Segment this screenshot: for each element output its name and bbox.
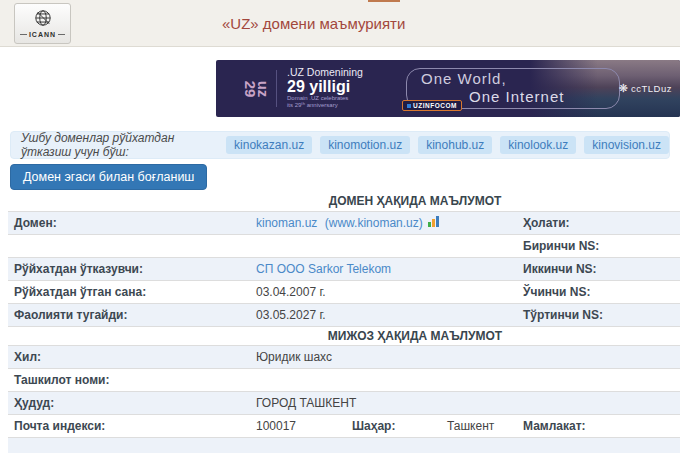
available-domain-link[interactable]: kinomotion.uz xyxy=(320,136,410,154)
banner-divider xyxy=(276,70,277,107)
whois-table: ДОМЕН ҲАҚИДА МАЪЛУМОТ Домен: kinoman.uz … xyxy=(8,192,680,453)
banner-title-line2: 29 yilligi xyxy=(287,78,363,95)
row-right-label: Тўртинчи NS: xyxy=(515,303,680,326)
stats-icon[interactable] xyxy=(428,216,439,227)
table-row-type: Хил: Юридик шахс xyxy=(8,345,680,368)
uzinfocom-logo: UZINFOCOM xyxy=(402,100,462,111)
row-label: Почта индекси: xyxy=(8,414,248,437)
table-row-ns1: Биринчи NS: xyxy=(8,234,680,257)
table-row-expiry-date: Фаолияти тугайди: 03.05.2027 г. Тўртинчи… xyxy=(8,303,680,326)
slogan-line2: One Internet xyxy=(469,88,564,105)
country-label: Мамлакат: xyxy=(515,414,680,437)
row-label xyxy=(8,234,248,257)
banner-title-line1: .UZ Domenining xyxy=(287,66,363,78)
client-info-section-header: МИЖОЗ ҲАҚИДА МАЪЛУМОТ xyxy=(8,326,680,345)
top-header-bar: ICANN «UZ» домени маъмурияти xyxy=(0,0,680,47)
row-value: 100017 xyxy=(248,414,344,437)
row-label: Рўйхатдан ўтган сана: xyxy=(8,280,248,303)
anniversary-banner[interactable]: uz 29 .UZ Domenining 29 yilligi Domain .… xyxy=(216,60,680,117)
available-domain-link[interactable]: kinokazan.uz xyxy=(226,136,312,154)
table-row-organization: Ташкилот номи: xyxy=(8,368,680,391)
table-row-clipped xyxy=(8,437,680,453)
row-value: kinoman.uz (www.kinoman.uz) xyxy=(248,211,515,234)
row-label: Фаолияти тугайди: xyxy=(8,303,248,326)
available-domain-link[interactable]: kinovision.uz xyxy=(584,136,669,154)
row-value: ГОРОД ТАШКЕНТ xyxy=(248,391,680,414)
cctld-logo: ❋ ccTLDuz xyxy=(619,82,672,95)
domain-info-section-header: ДОМЕН ҲАҚИДА МАЪЛУМОТ xyxy=(8,192,680,211)
row-label: Домен: xyxy=(8,211,248,234)
row-right-label: Биринчи NS: xyxy=(515,234,680,257)
row-label: Хил: xyxy=(8,345,248,368)
icann-globe-icon xyxy=(34,9,52,30)
city-label: Шаҳар: xyxy=(344,414,439,437)
table-row-region: Ҳудуд: ГОРОД ТАШКЕНТ xyxy=(8,391,680,414)
available-domains-label: Ушбу доменлар рўйхатдан ўтказиш учун бўш… xyxy=(21,131,218,159)
table-row-domain: Домен: kinoman.uz (www.kinoman.uz) Ҳолат… xyxy=(8,211,680,234)
row-value xyxy=(248,234,515,257)
table-row-registrar: Рўйхатдан ўтказувчи: СП ООО Sarkor Telek… xyxy=(8,257,680,280)
contact-owner-button[interactable]: Домен эгаси билан боғланиш xyxy=(10,164,207,190)
table-row-postal: Почта индекси: 100017 Шаҳар: Ташкент Мам… xyxy=(8,414,680,437)
cctld-gear-icon: ❋ xyxy=(619,82,628,95)
row-right-label: Ўчинчи NS: xyxy=(515,280,680,303)
row-value: СП ООО Sarkor Telekom xyxy=(248,257,515,280)
row-label: Ҳудуд: xyxy=(8,391,248,414)
available-domain-link[interactable]: kinolook.uz xyxy=(500,136,576,154)
page-title: «UZ» домени маъмурияти xyxy=(222,15,405,32)
row-value xyxy=(248,368,680,391)
row-label: Ташкилот номи: xyxy=(8,368,248,391)
section-title: МИЖОЗ ҲАҚИДА МАЪЛУМОТ xyxy=(8,326,680,345)
city-value: Ташкент xyxy=(439,414,515,437)
icann-label: ICANN xyxy=(20,31,65,38)
slogan-line1: One World, xyxy=(421,70,507,87)
uz29-logo: uz 29 xyxy=(230,69,270,109)
row-right-label: Ҳолати: xyxy=(515,211,680,234)
banner-subtitle-line1: Domain .UZ celebrates xyxy=(287,95,363,102)
available-domain-link[interactable]: kinohub.uz xyxy=(418,136,492,154)
row-value: Юридик шахс xyxy=(248,345,680,368)
domain-link[interactable]: kinoman.uz xyxy=(256,216,317,230)
row-right-label: Иккинчи NS: xyxy=(515,257,680,280)
registrar-link[interactable]: СП ООО Sarkor Telekom xyxy=(256,262,391,276)
row-value: 03.05.2027 г. xyxy=(248,303,515,326)
available-domains-strip: Ушбу доменлар рўйхатдан ўтказиш учун бўш… xyxy=(10,131,670,159)
icann-logo[interactable]: ICANN xyxy=(14,3,71,44)
row-label: Рўйхатдан ўтказувчи: xyxy=(8,257,248,280)
uzinfocom-square-icon xyxy=(407,104,411,108)
banner-subtitle-line2: its 29ᵗʰ anniversary xyxy=(287,102,363,109)
section-title: ДОМЕН ҲАҚИДА МАЪЛУМОТ xyxy=(8,192,680,211)
banner-title-block: .UZ Domenining 29 yilligi Domain .UZ cel… xyxy=(287,66,363,109)
top-accent-strip xyxy=(368,0,400,2)
table-row-registered-date: Рўйхатдан ўтган сана: 03.04.2007 г. Ўчин… xyxy=(8,280,680,303)
www-domain-link[interactable]: (www.kinoman.uz) xyxy=(325,216,423,230)
row-value: 03.04.2007 г. xyxy=(248,280,515,303)
